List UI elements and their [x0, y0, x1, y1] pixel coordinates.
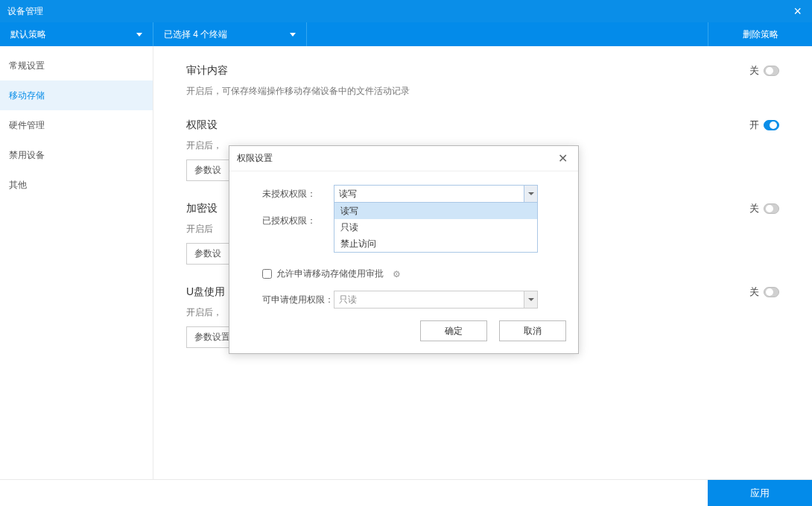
sidebar-item-hardware[interactable]: 硬件管理: [0, 110, 153, 140]
ok-label: 确定: [445, 325, 463, 338]
sidebar-item-label: 其他: [9, 179, 27, 192]
gear-icon[interactable]: ⚙: [393, 269, 401, 279]
allow-apply-checkbox-row: 允许申请移动存储使用审批 ⚙: [262, 268, 560, 280]
select-value: 读写: [339, 188, 357, 200]
toggle-state: 关: [749, 64, 759, 78]
apply-label: 应用: [750, 487, 770, 500]
sidebar-item-label: 禁用设备: [9, 149, 45, 162]
audit-toggle[interactable]: 关: [749, 64, 779, 78]
row-unauthorized: 未授权权限： 读写 读写 只读 禁止访问: [262, 185, 560, 203]
window-title: 设备管理: [7, 5, 43, 18]
policy-label: 默认策略: [10, 28, 46, 41]
selection-label: 已选择 4 个终端: [164, 28, 227, 41]
authorized-label: 已授权权限：: [262, 215, 334, 227]
param-settings-button[interactable]: 参数设: [186, 159, 229, 181]
toggle-state: 开: [749, 118, 759, 132]
select-value: 只读: [339, 294, 357, 306]
caret-down-icon: [136, 33, 142, 37]
dropdown-option[interactable]: 只读: [334, 219, 537, 235]
unauthorized-label: 未授权权限：: [262, 188, 334, 200]
toggle-state: 关: [749, 285, 759, 299]
toggle-state: 关: [749, 202, 759, 215]
sidebar-item-general[interactable]: 常规设置: [0, 51, 153, 80]
apply-button[interactable]: 应用: [708, 480, 812, 506]
unauthorized-select[interactable]: 读写: [334, 185, 538, 203]
dropdown-option[interactable]: 禁止访问: [334, 235, 537, 252]
section-title: 权限设: [186, 118, 218, 132]
usb-toggle[interactable]: 关: [749, 285, 779, 299]
ok-button[interactable]: 确定: [420, 320, 487, 341]
dialog-header: 权限设置 ✕: [229, 146, 578, 171]
sidebar-item-label: 常规设置: [9, 60, 45, 72]
permission-toggle[interactable]: 开: [749, 118, 779, 132]
selection-dropdown[interactable]: 已选择 4 个终端: [153, 22, 307, 46]
sidebar-item-other[interactable]: 其他: [0, 170, 153, 200]
chevron-down-icon: [524, 186, 537, 202]
section-title: 加密设: [186, 202, 218, 215]
unauthorized-dropdown: 读写 只读 禁止访问: [334, 202, 538, 253]
toolbar: 默认策略 已选择 4 个终端 删除策略: [0, 22, 812, 46]
allow-apply-checkbox[interactable]: [262, 269, 272, 279]
policy-dropdown[interactable]: 默认策略: [0, 22, 153, 46]
close-icon[interactable]: ✕: [555, 150, 571, 167]
sidebar: 常规设置 移动存储 硬件管理 禁用设备 其他: [0, 46, 153, 479]
section-desc: 开启后，可保存终端操作移动存储设备中的文件活动记录: [186, 85, 779, 98]
section-title: 审计内容: [186, 64, 228, 78]
sidebar-item-label: 硬件管理: [9, 119, 45, 132]
row-apply-permission: 可申请使用权限： 只读: [262, 291, 560, 309]
section-audit: 审计内容 关 开启后，可保存终端操作移动存储设备中的文件活动记录: [186, 64, 779, 98]
sidebar-item-label: 移动存储: [9, 89, 45, 102]
close-icon[interactable]: ×: [790, 4, 805, 19]
caret-down-icon: [290, 33, 296, 37]
param-settings-button[interactable]: 参数设: [186, 243, 229, 265]
dialog-title: 权限设置: [237, 152, 273, 165]
cancel-button[interactable]: 取消: [499, 320, 566, 341]
allow-apply-label: 允许申请移动存储使用审批: [276, 268, 384, 280]
chevron-down-icon: [524, 291, 537, 308]
title-bar: 设备管理 ×: [0, 0, 812, 22]
permission-settings-dialog: 权限设置 ✕ 未授权权限： 读写 读写 只读 禁止访问 已授权权限：: [229, 145, 579, 354]
apply-permission-select[interactable]: 只读: [334, 291, 538, 309]
delete-policy-button[interactable]: 删除策略: [708, 22, 812, 46]
toolbar-spacer: [307, 22, 708, 46]
encrypt-toggle[interactable]: 关: [749, 202, 779, 215]
section-title: U盘使用: [186, 285, 225, 299]
apply-permission-label: 可申请使用权限：: [262, 294, 334, 306]
footer: 应用: [0, 479, 812, 506]
delete-policy-label: 删除策略: [743, 28, 778, 41]
cancel-label: 取消: [524, 325, 542, 338]
sidebar-item-disabled-devices[interactable]: 禁用设备: [0, 140, 153, 170]
sidebar-item-mobile-storage[interactable]: 移动存储: [0, 80, 153, 110]
dropdown-option[interactable]: 读写: [334, 203, 537, 219]
